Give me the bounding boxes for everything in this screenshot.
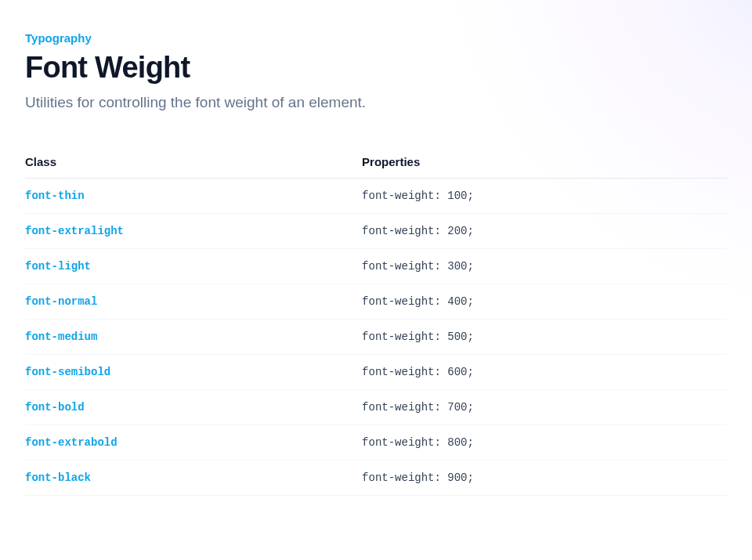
table-row: font-normalfont-weight: 400; [25, 284, 727, 320]
utilities-table: Class Properties font-thinfont-weight: 1… [25, 155, 727, 496]
cell-properties: font-weight: 400; [362, 295, 727, 308]
cell-class: font-normal [25, 295, 362, 308]
table-row: font-semiboldfont-weight: 600; [25, 355, 727, 390]
cell-properties: font-weight: 100; [362, 190, 727, 202]
cell-class: font-extralight [25, 225, 362, 237]
cell-class: font-semibold [25, 366, 362, 378]
cell-properties: font-weight: 500; [362, 331, 727, 343]
table-row: font-lightfont-weight: 300; [25, 249, 727, 284]
cell-properties: font-weight: 900; [362, 471, 727, 484]
table-row: font-mediumfont-weight: 500; [25, 320, 727, 355]
main-content: Typography Font Weight Utilities for con… [0, 0, 752, 496]
page-description: Utilities for controlling the font weigh… [25, 94, 727, 111]
cell-properties: font-weight: 800; [362, 436, 727, 449]
cell-properties: font-weight: 300; [362, 260, 727, 273]
category-label: Typography [25, 31, 727, 45]
cell-properties: font-weight: 600; [362, 366, 727, 378]
table-row: font-extraboldfont-weight: 800; [25, 425, 727, 461]
header-properties: Properties [362, 155, 727, 168]
cell-class: font-thin [25, 190, 362, 202]
table-row: font-thinfont-weight: 100; [25, 179, 727, 214]
table-body: font-thinfont-weight: 100;font-extraligh… [25, 179, 727, 496]
table-row: font-blackfont-weight: 900; [25, 461, 727, 496]
cell-properties: font-weight: 700; [362, 401, 727, 414]
cell-class: font-black [25, 471, 362, 484]
cell-class: font-extrabold [25, 436, 362, 449]
cell-properties: font-weight: 200; [362, 225, 727, 237]
page-title: Font Weight [25, 51, 727, 85]
header-class: Class [25, 155, 362, 168]
table-header: Class Properties [25, 155, 727, 179]
table-row: font-extralightfont-weight: 200; [25, 214, 727, 249]
cell-class: font-medium [25, 331, 362, 343]
table-row: font-boldfont-weight: 700; [25, 390, 727, 425]
cell-class: font-light [25, 260, 362, 273]
cell-class: font-bold [25, 401, 362, 414]
